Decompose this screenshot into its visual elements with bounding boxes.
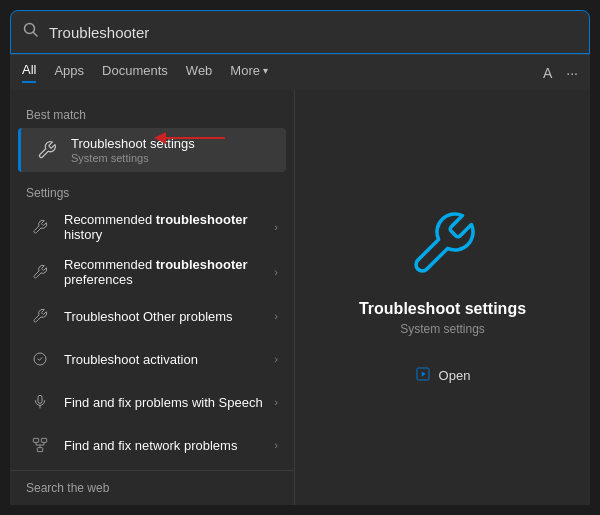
settings-item-5[interactable]: Find and fix problems with Speech › xyxy=(14,381,290,423)
settings-item-title-1: Recommended troubleshooter history xyxy=(64,212,274,242)
settings-item-4[interactable]: Troubleshoot activation › xyxy=(14,338,290,380)
svg-line-1 xyxy=(34,33,38,37)
left-panel: Best match Troubleshoot settings System … xyxy=(10,90,295,505)
best-match-text: Troubleshoot settings System settings xyxy=(71,136,274,164)
settings-item-title-4: Troubleshoot activation xyxy=(64,352,274,367)
settings-item-title-5: Find and fix problems with Speech xyxy=(64,395,274,410)
main-content: Best match Troubleshoot settings System … xyxy=(10,90,590,505)
settings-label: Settings xyxy=(10,180,294,204)
wrench-small-icon-2 xyxy=(26,258,54,286)
tab-more[interactable]: More ▾ xyxy=(230,63,268,82)
chevron-icon-4: › xyxy=(274,353,278,365)
settings-item-text-1: Recommended troubleshooter history xyxy=(64,212,274,242)
open-icon xyxy=(415,366,431,385)
app-title: Troubleshoot settings xyxy=(359,300,526,318)
open-label: Open xyxy=(439,368,471,383)
tabs-bar: All Apps Documents Web More ▾ A ··· xyxy=(10,54,590,90)
settings-item-text-5: Find and fix problems with Speech xyxy=(64,395,274,410)
web-search-label: Search the web xyxy=(10,475,294,499)
network-icon-6 xyxy=(26,431,54,459)
settings-item-text-2: Recommended troubleshooter preferences xyxy=(64,257,274,287)
open-button[interactable]: Open xyxy=(403,360,483,391)
settings-item-title-6: Find and fix network problems xyxy=(64,438,274,453)
web-search-item[interactable]: Troubleshooter - See web results › xyxy=(14,500,290,505)
chevron-icon-2: › xyxy=(274,266,278,278)
svg-rect-4 xyxy=(38,395,42,403)
best-match-subtitle: System settings xyxy=(71,152,274,164)
settings-item-title-3: Troubleshoot Other problems xyxy=(64,309,274,324)
tab-documents[interactable]: Documents xyxy=(102,63,168,82)
wrench-icon xyxy=(33,136,61,164)
app-subtitle: System settings xyxy=(400,322,485,336)
settings-item-2[interactable]: Recommended troubleshooter preferences › xyxy=(14,250,290,294)
wrench-small-icon-1 xyxy=(26,213,54,241)
settings-item-text-6: Find and fix network problems xyxy=(64,438,274,453)
circle-icon-4 xyxy=(26,345,54,373)
settings-item-text-4: Troubleshoot activation xyxy=(64,352,274,367)
svg-rect-8 xyxy=(37,448,42,452)
settings-item-1[interactable]: Recommended troubleshooter history › xyxy=(14,205,290,249)
settings-item-3[interactable]: Troubleshoot Other problems › xyxy=(14,295,290,337)
chevron-icon-6: › xyxy=(274,439,278,451)
chevron-icon-5: › xyxy=(274,396,278,408)
font-size-icon[interactable]: A xyxy=(543,65,552,81)
settings-item-6[interactable]: Find and fix network problems › xyxy=(14,424,290,466)
more-options-icon[interactable]: ··· xyxy=(566,65,578,81)
best-match-label: Best match xyxy=(10,102,294,126)
tab-web[interactable]: Web xyxy=(186,63,213,82)
best-match-title: Troubleshoot settings xyxy=(71,136,274,151)
svg-rect-6 xyxy=(33,438,38,442)
best-match-item[interactable]: Troubleshoot settings System settings xyxy=(18,128,286,172)
chevron-down-icon: ▾ xyxy=(263,65,268,76)
search-input[interactable] xyxy=(49,24,577,41)
chevron-icon-3: › xyxy=(274,310,278,322)
svg-rect-7 xyxy=(41,438,46,442)
settings-item-text-3: Troubleshoot Other problems xyxy=(64,309,274,324)
mic-icon-5 xyxy=(26,388,54,416)
wrench-small-icon-3 xyxy=(26,302,54,330)
settings-item-title-2: Recommended troubleshooter preferences xyxy=(64,257,274,287)
search-bar[interactable] xyxy=(10,10,590,54)
right-panel: Troubleshoot settings System settings Op… xyxy=(295,90,590,505)
tab-apps[interactable]: Apps xyxy=(54,63,84,82)
web-search-section: Search the web Troubleshooter - See web … xyxy=(10,470,294,505)
chevron-icon-1: › xyxy=(274,221,278,233)
app-icon-large xyxy=(403,204,483,284)
tab-all[interactable]: All xyxy=(22,62,36,83)
search-icon xyxy=(23,22,39,42)
